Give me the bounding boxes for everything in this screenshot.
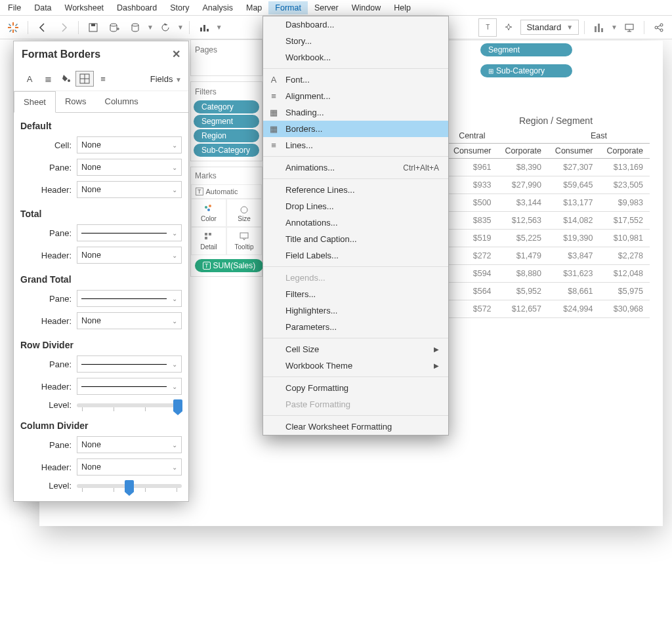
cell[interactable]: $564 — [446, 283, 498, 300]
menu-item[interactable]: Reference Lines... — [263, 182, 448, 198]
pill-sum-sales[interactable]: T SUM(Sales) — [195, 259, 263, 272]
forward-icon[interactable] — [54, 18, 73, 37]
close-icon[interactable]: ✕ — [172, 48, 180, 60]
size-button[interactable]: Size — [226, 199, 262, 227]
menu-item[interactable]: Parameters... — [263, 319, 448, 335]
menu-item[interactable]: ≡Alignment... — [263, 88, 448, 104]
cell[interactable]: $59,645 — [548, 176, 600, 194]
menu-item[interactable]: Dashboard... — [263, 16, 448, 33]
cell[interactable]: $19,390 — [548, 230, 600, 247]
cell[interactable]: $13,177 — [548, 194, 600, 212]
data-icon[interactable] — [126, 18, 144, 37]
menu-item[interactable]: Clear Worksheet Formatting — [263, 418, 448, 435]
lines-tab-icon[interactable]: ≡ — [94, 71, 112, 87]
menu-item[interactable]: AFont... — [263, 71, 448, 88]
menu-map[interactable]: Map — [240, 1, 268, 14]
borders-tab-icon[interactable] — [75, 71, 94, 87]
cell[interactable]: $3,144 — [498, 194, 548, 212]
menu-window[interactable]: Window — [345, 1, 387, 14]
pin-icon[interactable] — [499, 18, 518, 37]
new-data-icon[interactable] — [105, 18, 123, 37]
cell[interactable]: $30,968 — [600, 300, 650, 318]
tab-rows[interactable]: Rows — [56, 91, 96, 112]
filter-pill[interactable]: Sub-Category — [194, 144, 259, 157]
menu-item[interactable]: ▦Borders... — [263, 121, 448, 137]
menu-item[interactable]: Annotations... — [263, 214, 448, 231]
fit-dropdown[interactable]: Standard▼ — [520, 20, 579, 35]
share-icon[interactable] — [650, 18, 668, 37]
menu-format[interactable]: Format — [268, 1, 308, 14]
menu-item[interactable]: Drop Lines... — [263, 198, 448, 214]
rowdiv-level-slider[interactable] — [77, 403, 182, 407]
menu-file[interactable]: File — [1, 1, 28, 14]
font-tab-icon[interactable]: A — [20, 71, 39, 87]
menu-item[interactable]: Copy Formatting — [263, 380, 448, 396]
cell[interactable]: $10,981 — [600, 230, 650, 247]
cell[interactable]: $3,847 — [548, 247, 600, 265]
pill-segment[interactable]: Segment — [480, 43, 572, 56]
menu-item[interactable]: Highlighters... — [263, 302, 448, 319]
filter-pill[interactable]: Category — [194, 100, 259, 113]
cell[interactable]: $500 — [446, 194, 498, 212]
menu-item[interactable]: Title and Caption... — [263, 231, 448, 247]
detail-button[interactable]: Detail — [191, 227, 226, 255]
cell[interactable]: $12,048 — [600, 265, 650, 283]
menu-story[interactable]: Story — [163, 1, 196, 14]
menu-worksheet[interactable]: Worksheet — [58, 1, 111, 14]
cell[interactable]: $519 — [446, 230, 498, 247]
chart-icon[interactable] — [195, 18, 213, 37]
save-icon[interactable] — [84, 18, 102, 37]
back-icon[interactable] — [33, 18, 52, 37]
default-pane-select[interactable]: None⌄ — [77, 159, 182, 176]
filter-pill[interactable]: Region — [194, 129, 259, 142]
text-icon[interactable]: T — [478, 18, 497, 37]
cell[interactable]: $12,563 — [498, 212, 548, 230]
filter-pill[interactable]: Segment — [194, 115, 259, 128]
cell[interactable]: $27,307 — [548, 159, 600, 176]
grand-pane-select[interactable]: ⌄ — [77, 290, 182, 307]
shading-tab-icon[interactable] — [57, 71, 75, 87]
menu-item[interactable]: Cell Size▶ — [263, 341, 448, 357]
fields-dropdown[interactable]: Fields ▼ — [150, 74, 182, 84]
cell[interactable]: $594 — [446, 265, 498, 283]
menu-item[interactable]: Field Labels... — [263, 247, 448, 264]
total-header-select[interactable]: None⌄ — [77, 247, 182, 264]
cell[interactable]: $13,169 — [600, 159, 650, 176]
menu-item[interactable]: ≡Lines... — [263, 137, 448, 153]
menu-dashboard[interactable]: Dashboard — [110, 1, 163, 14]
coldiv-header-select[interactable]: None⌄ — [77, 458, 182, 476]
color-button[interactable]: Color — [191, 199, 226, 227]
cell[interactable]: $272 — [446, 247, 498, 265]
cell[interactable]: $12,657 — [498, 300, 548, 318]
cell[interactable]: $8,390 — [498, 159, 548, 176]
menu-server[interactable]: Server — [308, 1, 345, 14]
cell[interactable]: $9,983 — [600, 194, 650, 212]
cell[interactable]: $2,278 — [600, 247, 650, 265]
default-cell-select[interactable]: None⌄ — [77, 136, 182, 153]
rowdiv-pane-select[interactable]: ⌄ — [77, 355, 182, 373]
menu-help[interactable]: Help — [387, 1, 417, 14]
cell[interactable]: $17,552 — [600, 212, 650, 230]
menu-item[interactable]: Workbook Theme▶ — [263, 357, 448, 374]
cell[interactable]: $961 — [446, 159, 498, 176]
cell[interactable]: $1,479 — [498, 247, 548, 265]
tab-columns[interactable]: Columns — [96, 91, 148, 112]
menu-analysis[interactable]: Analysis — [196, 1, 240, 14]
menu-item[interactable]: Animations...Ctrl+Alt+A — [263, 159, 448, 176]
coldiv-pane-select[interactable]: None⌄ — [77, 436, 182, 453]
grand-header-select[interactable]: None⌄ — [77, 312, 182, 329]
coldiv-level-slider[interactable] — [77, 484, 182, 488]
mark-type-select[interactable]: TAutomatic — [191, 184, 262, 199]
rowdiv-header-select[interactable]: ⌄ — [77, 378, 182, 395]
cell[interactable]: $5,975 — [600, 283, 650, 300]
cell[interactable]: $14,082 — [548, 212, 600, 230]
default-header-select[interactable]: None⌄ — [77, 181, 182, 198]
menu-item[interactable]: Story... — [263, 33, 448, 49]
cell[interactable]: $8,661 — [548, 283, 600, 300]
menu-item[interactable]: ▦Shading... — [263, 104, 448, 121]
menu-data[interactable]: Data — [28, 1, 58, 14]
align-tab-icon[interactable]: ≣ — [39, 71, 57, 87]
cell[interactable]: $31,623 — [548, 265, 600, 283]
cell[interactable]: $933 — [446, 176, 498, 194]
cell[interactable]: $5,952 — [498, 283, 548, 300]
